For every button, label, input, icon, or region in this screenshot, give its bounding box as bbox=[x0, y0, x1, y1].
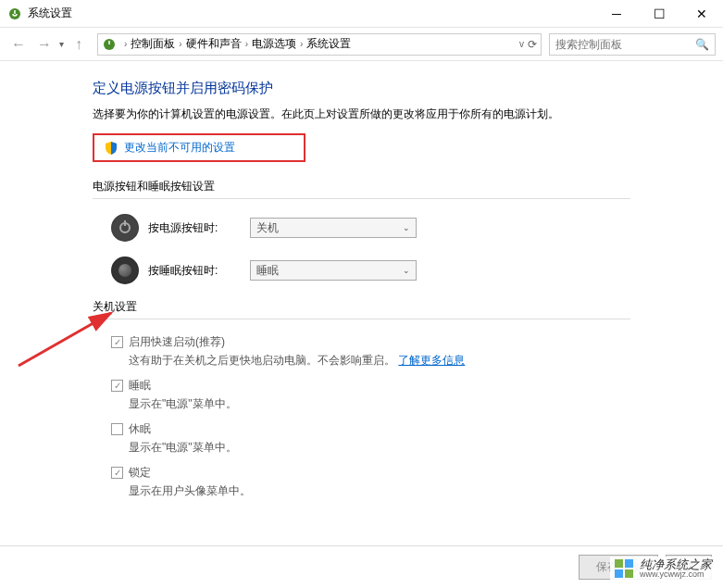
sleep-item: 睡眠 显示在"电源"菜单中。 bbox=[93, 378, 630, 412]
change-unavailable-text: 更改当前不可用的设置 bbox=[124, 140, 235, 156]
svg-rect-6 bbox=[615, 569, 623, 578]
breadcrumb-dropdown-icon[interactable]: v bbox=[519, 39, 524, 49]
fast-startup-label: 启用快速启动(推荐) bbox=[129, 334, 225, 350]
search-icon[interactable]: 🔍 bbox=[695, 38, 709, 51]
breadcrumb-sep-icon: › bbox=[179, 39, 181, 49]
sleep-button-label: 按睡眠按钮时: bbox=[148, 263, 241, 279]
watermark-icon bbox=[614, 558, 634, 579]
power-button-icon bbox=[111, 214, 139, 242]
hibernate-checkbox[interactable] bbox=[111, 423, 123, 435]
fast-startup-desc: 这有助于在关机之后更快地启动电脑。不会影响重启。 了解更多信息 bbox=[111, 353, 630, 369]
sleep-label: 睡眠 bbox=[129, 378, 151, 394]
breadcrumb-item-control-panel[interactable]: 控制面板 bbox=[131, 36, 175, 52]
hibernate-item: 休眠 显示在"电源"菜单中。 bbox=[93, 421, 630, 456]
search-box[interactable]: 🔍 bbox=[549, 33, 716, 56]
sleep-button-dropdown[interactable]: 睡眠 ⌄ bbox=[250, 260, 417, 281]
hibernate-desc: 显示在"电源"菜单中。 bbox=[111, 440, 630, 456]
breadcrumb[interactable]: › 控制面板 › 硬件和声音 › 电源选项 › 系统设置 v ⟳ bbox=[97, 33, 542, 56]
search-input[interactable] bbox=[555, 38, 695, 51]
close-button[interactable]: ✕ bbox=[680, 0, 723, 28]
breadcrumb-sep-icon: › bbox=[300, 39, 303, 49]
hibernate-label: 休眠 bbox=[129, 421, 151, 437]
history-dropdown[interactable]: ▾ bbox=[59, 39, 64, 49]
lock-desc: 显示在用户头像菜单中。 bbox=[111, 483, 630, 499]
breadcrumb-item-power[interactable]: 电源选项 bbox=[252, 36, 296, 52]
fast-startup-checkbox[interactable] bbox=[111, 336, 123, 348]
chevron-down-icon: ⌄ bbox=[403, 266, 410, 275]
change-unavailable-link[interactable]: 更改当前不可用的设置 bbox=[104, 140, 294, 156]
app-icon bbox=[7, 6, 22, 21]
sleep-button-icon bbox=[111, 256, 139, 284]
lock-item: 锁定 显示在用户头像菜单中。 bbox=[93, 465, 630, 499]
breadcrumb-item-hardware[interactable]: 硬件和声音 bbox=[186, 36, 242, 52]
lock-label: 锁定 bbox=[129, 465, 151, 481]
learn-more-link[interactable]: 了解更多信息 bbox=[398, 354, 465, 367]
sleep-button-row: 按睡眠按钮时: 睡眠 ⌄ bbox=[93, 256, 630, 284]
content-area: 定义电源按钮并启用密码保护 选择要为你的计算机设置的电源设置。在此页上对设置所做… bbox=[0, 61, 723, 545]
watermark: 纯净系统之家 www.ycwwjz.com bbox=[610, 557, 716, 581]
power-button-value: 关机 bbox=[256, 220, 403, 236]
titlebar: 系统设置 ─ ☐ ✕ bbox=[0, 0, 723, 28]
power-button-row: 按电源按钮时: 关机 ⌄ bbox=[93, 214, 630, 242]
breadcrumb-sep-icon: › bbox=[124, 39, 127, 49]
page-title: 定义电源按钮并启用密码保护 bbox=[93, 80, 630, 97]
highlight-box: 更改当前不可用的设置 bbox=[93, 133, 305, 162]
svg-rect-7 bbox=[625, 569, 633, 578]
fast-startup-desc-text: 这有助于在关机之后更快地启动电脑。不会影响重启。 bbox=[129, 354, 395, 367]
window-controls: ─ ☐ ✕ bbox=[595, 0, 723, 28]
fast-startup-item: 启用快速启动(推荐) 这有助于在关机之后更快地启动电脑。不会影响重启。 了解更多… bbox=[93, 334, 630, 369]
window-title: 系统设置 bbox=[28, 6, 595, 21]
page-description: 选择要为你的计算机设置的电源设置。在此页上对设置所做的更改将应用于你所有的电源计… bbox=[93, 106, 630, 122]
shield-icon bbox=[104, 141, 118, 156]
maximize-button[interactable]: ☐ bbox=[638, 0, 680, 28]
minimize-button[interactable]: ─ bbox=[595, 0, 638, 28]
sleep-desc: 显示在"电源"菜单中。 bbox=[111, 396, 630, 412]
sleep-checkbox[interactable] bbox=[111, 380, 123, 392]
shutdown-section-header: 关机设置 bbox=[93, 299, 630, 319]
lock-checkbox[interactable] bbox=[111, 467, 123, 479]
breadcrumb-sep-icon: › bbox=[245, 39, 248, 49]
watermark-url: www.ycwwjz.com bbox=[640, 570, 712, 579]
sleep-button-value: 睡眠 bbox=[256, 263, 403, 279]
forward-button[interactable]: → bbox=[33, 33, 56, 56]
breadcrumb-item-system-settings[interactable]: 系统设置 bbox=[306, 36, 351, 52]
svg-rect-5 bbox=[625, 559, 633, 568]
chevron-down-icon: ⌄ bbox=[403, 223, 410, 232]
buttons-section-header: 电源按钮和睡眠按钮设置 bbox=[93, 179, 630, 199]
shutdown-settings: 启用快速启动(推荐) 这有助于在关机之后更快地启动电脑。不会影响重启。 了解更多… bbox=[93, 334, 630, 499]
power-button-dropdown[interactable]: 关机 ⌄ bbox=[250, 218, 417, 238]
navbar: ← → ▾ ↑ › 控制面板 › 硬件和声音 › 电源选项 › 系统设置 v ⟳… bbox=[0, 28, 723, 61]
back-button[interactable]: ← bbox=[7, 33, 30, 56]
refresh-icon[interactable]: ⟳ bbox=[528, 38, 537, 51]
power-button-label: 按电源按钮时: bbox=[148, 220, 241, 236]
svg-rect-4 bbox=[615, 559, 623, 568]
power-plan-icon bbox=[102, 37, 117, 52]
up-button[interactable]: ↑ bbox=[68, 33, 90, 56]
